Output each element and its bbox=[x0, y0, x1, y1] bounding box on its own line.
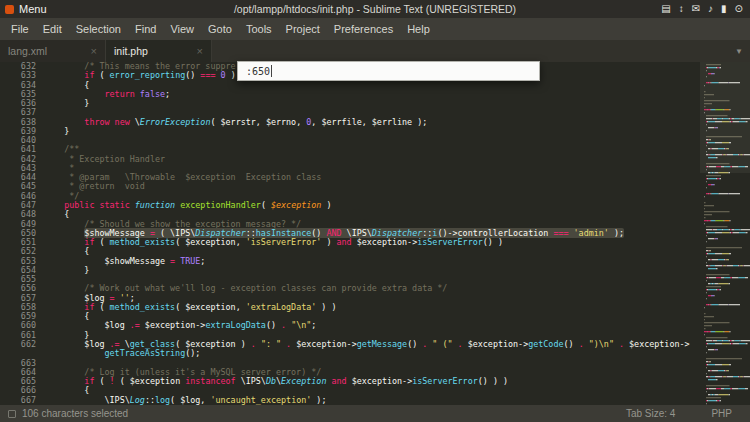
power-icon[interactable]: ⊙ bbox=[735, 0, 743, 18]
code-line[interactable]: 645 * @return void bbox=[0, 182, 750, 191]
code-text: \IPS\Log::log( $log, 'uncaught_exception… bbox=[44, 396, 750, 405]
code-text: * @return void bbox=[44, 182, 750, 191]
menu-item-selection[interactable]: Selection bbox=[69, 23, 128, 35]
menu-item-edit[interactable]: Edit bbox=[36, 23, 69, 35]
system-topbar: Menu /opt/lampp/htdocs/init.php - Sublim… bbox=[0, 0, 750, 18]
menubar: FileEditSelectionFindViewGotoToolsProjec… bbox=[0, 18, 750, 40]
code-line[interactable]: 647 public static function exceptionHand… bbox=[0, 201, 750, 210]
menu-item-preferences[interactable]: Preferences bbox=[327, 23, 400, 35]
code-line[interactable]: 635 return false; bbox=[0, 90, 750, 99]
code-text: } bbox=[44, 127, 750, 136]
code-line[interactable]: 651 if ( method_exists( $exception, 'isS… bbox=[0, 238, 750, 247]
app-icon bbox=[5, 5, 14, 14]
code-text bbox=[44, 136, 750, 145]
code-line[interactable]: 654 } bbox=[0, 266, 750, 275]
code-lines: 632 /* This means the error suppre633 if… bbox=[0, 62, 750, 405]
code-text: $showMessage = TRUE; bbox=[44, 257, 750, 266]
code-line[interactable]: 660 $log .= $exception->extraLogData() .… bbox=[0, 321, 750, 330]
tabs: lang.xml×init.php× bbox=[0, 40, 212, 62]
code-line[interactable]: 638 throw new \ErrorException( $errstr, … bbox=[0, 118, 750, 127]
code-text: if ( method_exists( $exception, 'isServe… bbox=[44, 238, 750, 247]
battery-icon[interactable]: ▮ bbox=[721, 0, 727, 18]
code-text: if ( ! ( $exception instanceof \IPS\Db\E… bbox=[44, 377, 750, 386]
menu-item-project[interactable]: Project bbox=[279, 23, 327, 35]
code-text: $log .= $exception->extraLogData() . "\n… bbox=[44, 321, 750, 330]
code-text: public static function exceptionHandler(… bbox=[44, 201, 750, 210]
line-number: 662 bbox=[0, 340, 44, 349]
goto-anything-overlay: :650 bbox=[237, 61, 540, 81]
statusbar: 106 characters selected Tab Size: 4 PHP bbox=[0, 405, 750, 422]
code-editor[interactable]: 632 /* This means the error suppre633 if… bbox=[0, 62, 750, 405]
status-icon bbox=[8, 410, 16, 418]
code-line[interactable]: 639 } bbox=[0, 127, 750, 136]
chevron-down-icon[interactable]: ▼ bbox=[735, 47, 750, 56]
tab-close-icon[interactable]: × bbox=[191, 45, 203, 57]
code-text: if ( method_exists( $exception, 'extraLo… bbox=[44, 303, 750, 312]
tab-size-indicator[interactable]: Tab Size: 4 bbox=[626, 408, 675, 419]
menu-item-find[interactable]: Find bbox=[128, 23, 163, 35]
code-line[interactable]: 640 bbox=[0, 136, 750, 145]
code-line[interactable]: 658 if ( method_exists( $exception, 'ext… bbox=[0, 303, 750, 312]
text-caret bbox=[271, 65, 272, 77]
code-text: * @param \Throwable $exception Exception… bbox=[44, 173, 750, 182]
tab-label: init.php bbox=[114, 45, 191, 57]
mail-icon[interactable]: ✉ bbox=[692, 0, 700, 18]
tab-init-php[interactable]: init.php× bbox=[106, 40, 212, 62]
tab-close-icon[interactable]: × bbox=[85, 45, 97, 57]
code-line[interactable]: 642 * Exception Handler bbox=[0, 155, 750, 164]
code-text: } bbox=[44, 99, 750, 108]
code-line[interactable]: getTraceAsString(); bbox=[0, 349, 750, 358]
code-text: /* Work out what we'll log - exception c… bbox=[44, 284, 750, 293]
code-line[interactable]: 636 } bbox=[0, 99, 750, 108]
selection-status: 106 characters selected bbox=[22, 408, 128, 419]
goto-input[interactable]: :650 bbox=[238, 66, 270, 77]
window-title: /opt/lampp/htdocs/init.php - Sublime Tex… bbox=[0, 3, 750, 15]
system-tray: ▤↕✉♪▮⊙ bbox=[661, 0, 750, 18]
tab-label: lang.xml bbox=[8, 45, 85, 57]
line-number: 667 bbox=[0, 396, 44, 405]
code-line[interactable]: 653 $showMessage = TRUE; bbox=[0, 257, 750, 266]
menu-item-tools[interactable]: Tools bbox=[239, 23, 279, 35]
tabbar: lang.xml×init.php× ▼ bbox=[0, 40, 750, 62]
menu-item-file[interactable]: File bbox=[4, 23, 36, 35]
code-text: return false; bbox=[44, 90, 750, 99]
code-text: throw new \ErrorException( $errstr, $err… bbox=[44, 118, 750, 127]
syntax-indicator[interactable]: PHP bbox=[711, 408, 732, 419]
sublime-window: Menu /opt/lampp/htdocs/init.php - Sublim… bbox=[0, 0, 750, 422]
menu-item-view[interactable]: View bbox=[163, 23, 201, 35]
code-text: * Exception Handler bbox=[44, 155, 750, 164]
minimap[interactable] bbox=[700, 62, 750, 405]
keyboard-indicator-icon[interactable]: ▤ bbox=[661, 0, 670, 18]
sound-icon[interactable]: ♪ bbox=[708, 0, 713, 18]
app-menu-button[interactable]: Menu bbox=[0, 3, 47, 15]
menu-item-goto[interactable]: Goto bbox=[201, 23, 239, 35]
network-icon[interactable]: ↕ bbox=[679, 0, 684, 18]
code-line[interactable]: 667 \IPS\Log::log( $log, 'uncaught_excep… bbox=[0, 396, 750, 405]
menu-item-help[interactable]: Help bbox=[400, 23, 437, 35]
code-text: } bbox=[44, 266, 750, 275]
code-line[interactable]: 665 if ( ! ( $exception instanceof \IPS\… bbox=[0, 377, 750, 386]
menu-label: Menu bbox=[19, 3, 47, 15]
code-text: getTraceAsString(); bbox=[44, 349, 750, 358]
tab-lang-xml[interactable]: lang.xml× bbox=[0, 40, 106, 62]
